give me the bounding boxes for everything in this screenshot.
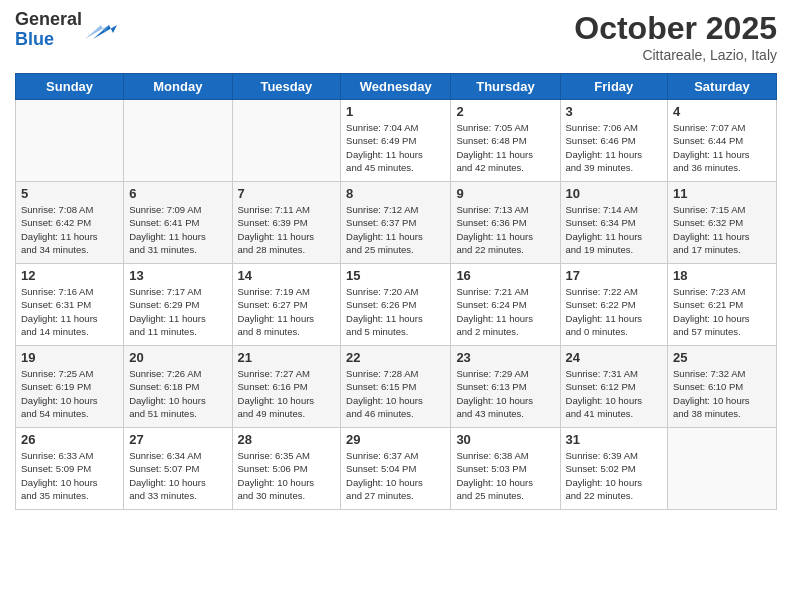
calendar-cell-0-3: 1Sunrise: 7:04 AM Sunset: 6:49 PM Daylig… [341,100,451,182]
day-info: Sunrise: 7:09 AM Sunset: 6:41 PM Dayligh… [129,203,226,256]
day-info: Sunrise: 7:11 AM Sunset: 6:39 PM Dayligh… [238,203,336,256]
day-info: Sunrise: 7:29 AM Sunset: 6:13 PM Dayligh… [456,367,554,420]
day-info: Sunrise: 7:25 AM Sunset: 6:19 PM Dayligh… [21,367,118,420]
calendar-cell-4-1: 27Sunrise: 6:34 AM Sunset: 5:07 PM Dayli… [124,428,232,510]
calendar-cell-3-4: 23Sunrise: 7:29 AM Sunset: 6:13 PM Dayli… [451,346,560,428]
calendar-cell-2-0: 12Sunrise: 7:16 AM Sunset: 6:31 PM Dayli… [16,264,124,346]
day-number: 16 [456,268,554,283]
day-number: 2 [456,104,554,119]
day-info: Sunrise: 6:39 AM Sunset: 5:02 PM Dayligh… [566,449,663,502]
day-info: Sunrise: 6:33 AM Sunset: 5:09 PM Dayligh… [21,449,118,502]
calendar-cell-3-1: 20Sunrise: 7:26 AM Sunset: 6:18 PM Dayli… [124,346,232,428]
calendar-cell-3-0: 19Sunrise: 7:25 AM Sunset: 6:19 PM Dayli… [16,346,124,428]
calendar-row-2: 12Sunrise: 7:16 AM Sunset: 6:31 PM Dayli… [16,264,777,346]
day-info: Sunrise: 6:35 AM Sunset: 5:06 PM Dayligh… [238,449,336,502]
col-friday: Friday [560,74,668,100]
header: General Blue October 2025 Cittareale, La… [15,10,777,63]
day-number: 13 [129,268,226,283]
calendar-row-3: 19Sunrise: 7:25 AM Sunset: 6:19 PM Dayli… [16,346,777,428]
day-number: 3 [566,104,663,119]
day-info: Sunrise: 7:31 AM Sunset: 6:12 PM Dayligh… [566,367,663,420]
day-number: 14 [238,268,336,283]
day-number: 18 [673,268,771,283]
day-info: Sunrise: 6:37 AM Sunset: 5:04 PM Dayligh… [346,449,445,502]
calendar-table: Sunday Monday Tuesday Wednesday Thursday… [15,73,777,510]
day-info: Sunrise: 7:08 AM Sunset: 6:42 PM Dayligh… [21,203,118,256]
day-number: 26 [21,432,118,447]
day-number: 24 [566,350,663,365]
calendar-cell-1-0: 5Sunrise: 7:08 AM Sunset: 6:42 PM Daylig… [16,182,124,264]
day-info: Sunrise: 7:26 AM Sunset: 6:18 PM Dayligh… [129,367,226,420]
calendar-cell-0-6: 4Sunrise: 7:07 AM Sunset: 6:44 PM Daylig… [668,100,777,182]
day-info: Sunrise: 7:15 AM Sunset: 6:32 PM Dayligh… [673,203,771,256]
day-number: 31 [566,432,663,447]
day-number: 6 [129,186,226,201]
day-number: 20 [129,350,226,365]
calendar-cell-2-3: 15Sunrise: 7:20 AM Sunset: 6:26 PM Dayli… [341,264,451,346]
calendar-cell-4-4: 30Sunrise: 6:38 AM Sunset: 5:03 PM Dayli… [451,428,560,510]
calendar-cell-2-2: 14Sunrise: 7:19 AM Sunset: 6:27 PM Dayli… [232,264,341,346]
day-number: 19 [21,350,118,365]
calendar-cell-2-6: 18Sunrise: 7:23 AM Sunset: 6:21 PM Dayli… [668,264,777,346]
logo-blue: Blue [15,30,82,50]
calendar-row-4: 26Sunrise: 6:33 AM Sunset: 5:09 PM Dayli… [16,428,777,510]
day-info: Sunrise: 6:38 AM Sunset: 5:03 PM Dayligh… [456,449,554,502]
day-info: Sunrise: 7:21 AM Sunset: 6:24 PM Dayligh… [456,285,554,338]
day-info: Sunrise: 7:22 AM Sunset: 6:22 PM Dayligh… [566,285,663,338]
calendar-cell-3-2: 21Sunrise: 7:27 AM Sunset: 6:16 PM Dayli… [232,346,341,428]
col-sunday: Sunday [16,74,124,100]
calendar-cell-0-4: 2Sunrise: 7:05 AM Sunset: 6:48 PM Daylig… [451,100,560,182]
calendar-cell-3-3: 22Sunrise: 7:28 AM Sunset: 6:15 PM Dayli… [341,346,451,428]
day-info: Sunrise: 7:04 AM Sunset: 6:49 PM Dayligh… [346,121,445,174]
day-info: Sunrise: 6:34 AM Sunset: 5:07 PM Dayligh… [129,449,226,502]
calendar-cell-4-6 [668,428,777,510]
day-info: Sunrise: 7:27 AM Sunset: 6:16 PM Dayligh… [238,367,336,420]
month-title: October 2025 [574,10,777,47]
day-info: Sunrise: 7:12 AM Sunset: 6:37 PM Dayligh… [346,203,445,256]
calendar-cell-1-4: 9Sunrise: 7:13 AM Sunset: 6:36 PM Daylig… [451,182,560,264]
svg-marker-1 [85,25,109,39]
day-info: Sunrise: 7:19 AM Sunset: 6:27 PM Dayligh… [238,285,336,338]
col-monday: Monday [124,74,232,100]
day-info: Sunrise: 7:16 AM Sunset: 6:31 PM Dayligh… [21,285,118,338]
day-info: Sunrise: 7:06 AM Sunset: 6:46 PM Dayligh… [566,121,663,174]
day-number: 30 [456,432,554,447]
col-thursday: Thursday [451,74,560,100]
calendar-header-row: Sunday Monday Tuesday Wednesday Thursday… [16,74,777,100]
calendar-cell-2-1: 13Sunrise: 7:17 AM Sunset: 6:29 PM Dayli… [124,264,232,346]
day-number: 21 [238,350,336,365]
day-number: 22 [346,350,445,365]
calendar-cell-0-0 [16,100,124,182]
day-number: 25 [673,350,771,365]
logo-icon [85,15,117,47]
day-info: Sunrise: 7:28 AM Sunset: 6:15 PM Dayligh… [346,367,445,420]
day-number: 11 [673,186,771,201]
col-saturday: Saturday [668,74,777,100]
day-number: 28 [238,432,336,447]
day-number: 12 [21,268,118,283]
calendar-cell-4-2: 28Sunrise: 6:35 AM Sunset: 5:06 PM Dayli… [232,428,341,510]
subtitle: Cittareale, Lazio, Italy [574,47,777,63]
day-number: 5 [21,186,118,201]
day-number: 17 [566,268,663,283]
day-number: 27 [129,432,226,447]
day-number: 23 [456,350,554,365]
day-info: Sunrise: 7:23 AM Sunset: 6:21 PM Dayligh… [673,285,771,338]
calendar-cell-1-1: 6Sunrise: 7:09 AM Sunset: 6:41 PM Daylig… [124,182,232,264]
calendar-row-1: 5Sunrise: 7:08 AM Sunset: 6:42 PM Daylig… [16,182,777,264]
calendar-cell-0-2 [232,100,341,182]
day-info: Sunrise: 7:14 AM Sunset: 6:34 PM Dayligh… [566,203,663,256]
col-tuesday: Tuesday [232,74,341,100]
calendar-row-0: 1Sunrise: 7:04 AM Sunset: 6:49 PM Daylig… [16,100,777,182]
day-info: Sunrise: 7:17 AM Sunset: 6:29 PM Dayligh… [129,285,226,338]
day-info: Sunrise: 7:05 AM Sunset: 6:48 PM Dayligh… [456,121,554,174]
day-number: 7 [238,186,336,201]
calendar-cell-0-5: 3Sunrise: 7:06 AM Sunset: 6:46 PM Daylig… [560,100,668,182]
calendar-cell-4-3: 29Sunrise: 6:37 AM Sunset: 5:04 PM Dayli… [341,428,451,510]
calendar-cell-1-3: 8Sunrise: 7:12 AM Sunset: 6:37 PM Daylig… [341,182,451,264]
logo-general: General [15,10,82,30]
calendar-cell-0-1 [124,100,232,182]
title-area: October 2025 Cittareale, Lazio, Italy [574,10,777,63]
day-info: Sunrise: 7:13 AM Sunset: 6:36 PM Dayligh… [456,203,554,256]
day-info: Sunrise: 7:07 AM Sunset: 6:44 PM Dayligh… [673,121,771,174]
